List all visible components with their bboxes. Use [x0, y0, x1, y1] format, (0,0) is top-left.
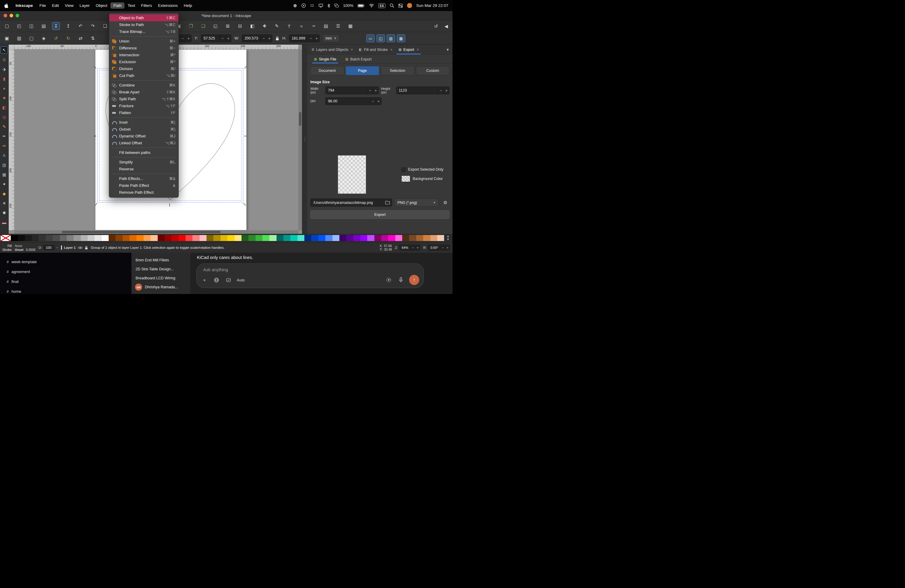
undo-icon[interactable]: ↶ — [76, 22, 84, 30]
color-swatch[interactable] — [248, 235, 255, 241]
calligraphy-tool-icon[interactable]: ✑ — [1, 142, 8, 149]
search-icon[interactable] — [390, 3, 394, 8]
sidebar-item-home[interactable]: #home — [0, 286, 132, 294]
color-swatch[interactable] — [213, 235, 220, 241]
background-color-row[interactable]: Background Color — [401, 175, 443, 182]
color-swatch[interactable] — [179, 235, 186, 241]
gradient-tool-icon[interactable]: ▧ — [1, 161, 8, 168]
vertical-scrollbar[interactable] — [298, 49, 302, 230]
export-height-field[interactable]: 1123−+ — [396, 86, 450, 94]
dock-resize-handle[interactable]: ⋮ — [302, 44, 307, 234]
color-swatch[interactable] — [25, 235, 32, 241]
globe-icon[interactable] — [213, 277, 220, 283]
color-swatch[interactable] — [395, 235, 402, 241]
xml-editor-icon[interactable]: </> — [310, 22, 318, 30]
document-open-icon[interactable]: ◰ — [15, 22, 23, 30]
menu-item-paste-path-effect[interactable]: Paste Path Effect& — [109, 182, 178, 189]
dpi-value[interactable]: 96.00 — [325, 99, 370, 103]
conversation-item[interactable]: 2D Slot-Table Design... — [132, 265, 191, 273]
collapse-panel-icon[interactable]: ◀ — [442, 22, 450, 30]
color-swatch[interactable] — [67, 235, 74, 241]
subtab-single-file[interactable]: ▦Single File — [310, 55, 340, 64]
color-swatch[interactable] — [39, 235, 46, 241]
close-icon[interactable]: × — [417, 47, 419, 52]
sidebar-item-final[interactable]: #final — [0, 277, 132, 286]
select-all-icon[interactable]: ▣ — [3, 35, 11, 42]
microphone-icon[interactable] — [397, 277, 404, 283]
scale-stroke-toggle[interactable]: ▭ — [366, 35, 375, 42]
rotation-value[interactable]: 0.00° — [428, 246, 440, 250]
bluetooth-icon[interactable] — [327, 3, 330, 8]
dock-tab-export[interactable]: ▦Export× — [395, 44, 422, 54]
menu-item-difference[interactable]: Difference⌘− — [109, 44, 178, 51]
color-swatch[interactable] — [276, 235, 283, 241]
text-dialog-icon[interactable]: T — [285, 22, 293, 30]
x-spinner-buttons[interactable]: −+ — [179, 35, 192, 42]
spiral-tool-icon[interactable]: ◎ — [1, 113, 8, 121]
color-swatch[interactable] — [318, 235, 325, 241]
flip-vertical-icon[interactable]: ⇅ — [89, 35, 97, 42]
color-swatch[interactable] — [325, 235, 332, 241]
color-swatch[interactable] — [206, 235, 213, 241]
eraser-tool-icon[interactable]: ▬ — [1, 219, 8, 226]
rectangle-tool-icon[interactable]: ▮ — [1, 75, 8, 82]
color-swatch[interactable] — [311, 235, 318, 241]
color-swatch[interactable] — [95, 235, 102, 241]
color-swatch[interactable] — [200, 235, 206, 241]
layers-dialog-icon[interactable]: ▤ — [322, 22, 330, 30]
vertical-scrollbar-thumb[interactable] — [299, 112, 302, 126]
export-height-value[interactable]: 1123 — [397, 88, 438, 92]
menu-item-cut-path[interactable]: Cut Path⌥⌘/ — [109, 72, 178, 79]
copy-icon[interactable]: ❏ — [101, 22, 109, 30]
menubar-item-text[interactable]: Text — [124, 2, 138, 9]
tools-badge-icon[interactable] — [225, 277, 232, 283]
height-field[interactable]: 181.899−+ — [289, 35, 320, 42]
color-swatch[interactable] — [340, 235, 346, 241]
export-width-minus[interactable]: − — [367, 87, 373, 94]
color-swatch[interactable] — [221, 235, 227, 241]
symbols-dialog-icon[interactable]: ❖ — [261, 22, 268, 30]
close-icon[interactable]: × — [390, 47, 393, 52]
menu-item-union[interactable]: Union⌘+ — [109, 38, 178, 44]
ruler-vertical[interactable]: 50100150200250 — [9, 49, 14, 230]
horizontal-scrollbar[interactable] — [14, 230, 298, 234]
menu-item-linked-offset[interactable]: Linked Offset⌥⌘J — [109, 140, 178, 146]
sidebar-item-week-template[interactable]: #week-template — [0, 257, 132, 267]
color-swatch[interactable] — [409, 235, 416, 241]
palette-scroll-down[interactable]: ▼ — [447, 238, 449, 241]
folder-open-icon[interactable] — [385, 200, 390, 205]
color-swatch[interactable] — [74, 235, 81, 241]
dpi-minus[interactable]: − — [370, 98, 376, 105]
color-swatch[interactable] — [158, 235, 165, 241]
x-minus-button[interactable]: − — [180, 35, 186, 42]
bezier-pen-tool-icon[interactable]: ✒ — [1, 133, 8, 140]
conversation-item[interactable]: Breadboard LCD Wiring — [132, 273, 191, 283]
menubar-item-file[interactable]: File — [37, 2, 49, 9]
attach-plus-icon[interactable]: ＋ — [201, 277, 208, 283]
color-swatch[interactable] — [367, 235, 374, 241]
pencil-tool-icon[interactable]: ✎ — [1, 123, 8, 130]
close-icon[interactable]: × — [351, 47, 353, 52]
edit-paths-icon[interactable]: ✎ — [273, 22, 281, 30]
export-selected-only-checkbox[interactable] — [401, 167, 406, 172]
ruler-corner[interactable] — [9, 44, 14, 49]
color-swatch[interactable] — [283, 235, 290, 241]
y-plus-button[interactable]: + — [225, 35, 231, 42]
dpi-field[interactable]: 96.00−+ — [325, 97, 381, 105]
group-objects-icon[interactable]: ⊞ — [224, 22, 232, 30]
box3d-tool-icon[interactable]: ◧ — [1, 104, 8, 111]
color-swatch[interactable] — [262, 235, 269, 241]
ungroup-objects-icon[interactable]: ⊟ — [236, 22, 244, 30]
flip-horizontal-icon[interactable]: ⇄ — [76, 35, 84, 42]
chat-input[interactable]: Ask anything ＋ Auto ↑ — [196, 264, 424, 288]
spray-tool-icon[interactable]: ✺ — [1, 209, 8, 216]
zoom-minus-button[interactable]: − — [410, 246, 415, 250]
duplicate-icon[interactable]: ❐ — [187, 22, 195, 30]
menu-item-outset[interactable]: Outset⌘) — [109, 126, 178, 133]
menubar-item-layer[interactable]: Layer — [76, 2, 93, 9]
layer-lock-icon[interactable] — [85, 246, 88, 250]
node-tool-icon[interactable]: ⬦ — [1, 56, 8, 63]
scale-handle-left[interactable]: ↔ — [92, 133, 97, 138]
height-minus-button[interactable]: − — [308, 35, 314, 42]
color-swatch[interactable] — [165, 235, 171, 241]
